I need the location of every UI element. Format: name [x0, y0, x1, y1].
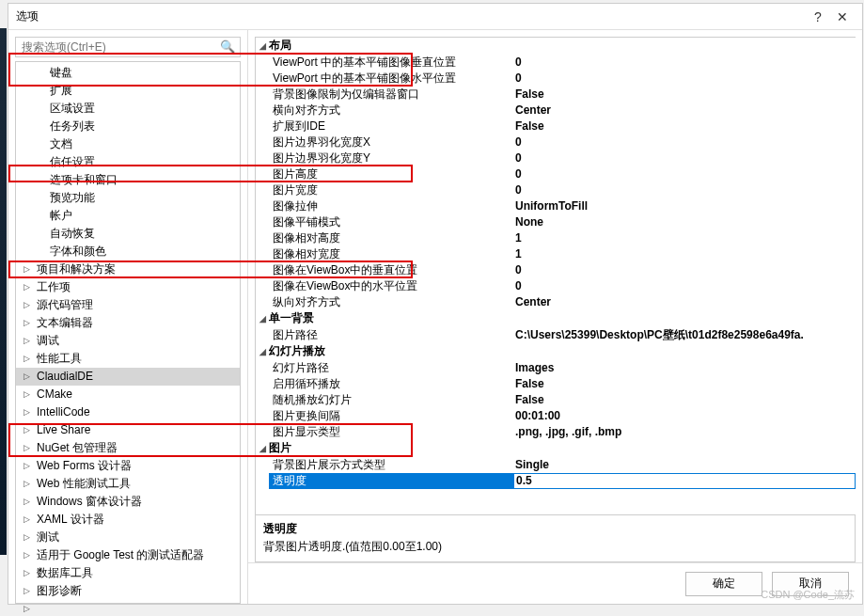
- property-value[interactable]: False: [513, 118, 856, 134]
- property-value[interactable]: False: [513, 376, 856, 392]
- property-value[interactable]: Center: [513, 294, 856, 310]
- property-value[interactable]: 0: [513, 262, 856, 278]
- tree-item[interactable]: 帐户: [16, 207, 240, 225]
- property-row[interactable]: 图像拉伸UniformToFill: [256, 198, 856, 214]
- property-row[interactable]: 图像相对宽度1: [256, 246, 856, 262]
- property-row[interactable]: 图像在ViewBox中的垂直位置0: [256, 262, 856, 278]
- property-row[interactable]: 透明度0.5: [256, 473, 856, 489]
- tree-item[interactable]: Web Forms 设计器: [16, 457, 240, 475]
- tree-item[interactable]: 任务列表: [16, 118, 240, 135]
- tree-item[interactable]: ClaudialDE: [16, 368, 240, 386]
- tree-item[interactable]: 性能工具: [16, 350, 240, 368]
- property-row[interactable]: 纵向对齐方式Center: [256, 294, 856, 310]
- tree-item[interactable]: 键盘: [16, 64, 240, 82]
- property-grid[interactable]: ◢布局ViewPort 中的基本平铺图像垂直位置0ViewPort 中的基本平铺…: [255, 37, 856, 515]
- property-row[interactable]: 图像在ViewBox中的水平位置0: [256, 278, 856, 294]
- help-button[interactable]: ?: [806, 9, 830, 24]
- property-row[interactable]: 横向对齐方式Center: [256, 103, 856, 118]
- tree-item[interactable]: 扩展: [16, 82, 240, 100]
- property-row[interactable]: 图片路径C:\Users\25399\Desktop\PC壁纸\t01d2f8e…: [256, 327, 856, 343]
- collapse-icon[interactable]: ◢: [256, 38, 269, 55]
- property-row[interactable]: 扩展到IDEFalse: [256, 118, 856, 134]
- tree-item[interactable]: 源代码管理: [16, 296, 240, 314]
- property-row[interactable]: 启用循环播放False: [256, 376, 856, 392]
- property-row[interactable]: 图片高度0: [256, 166, 856, 182]
- property-value[interactable]: 1: [513, 230, 856, 246]
- property-value[interactable]: 0: [513, 55, 856, 71]
- tree-item[interactable]: 调试: [16, 332, 240, 350]
- tree-item[interactable]: 工作项: [16, 278, 240, 296]
- property-label: 透明度: [269, 473, 513, 489]
- tree-item[interactable]: 选项卡和窗口: [16, 171, 240, 189]
- property-row[interactable]: 图像相对高度1: [256, 230, 856, 246]
- property-value[interactable]: 1: [513, 246, 856, 262]
- property-value[interactable]: 0: [513, 166, 856, 182]
- tree-item[interactable]: 数据库工具: [16, 564, 240, 582]
- close-button[interactable]: ✕: [830, 9, 855, 24]
- property-value[interactable]: Center: [513, 103, 856, 118]
- property-value[interactable]: 0: [513, 182, 856, 198]
- property-value[interactable]: False: [513, 87, 856, 103]
- property-value[interactable]: 0: [513, 134, 856, 150]
- property-row[interactable]: ViewPort 中的基本平铺图像垂直位置0: [256, 55, 856, 71]
- property-row[interactable]: 背景图片展示方式类型Single: [256, 457, 856, 473]
- property-value[interactable]: Images: [513, 360, 856, 376]
- tree-item[interactable]: 字体和颜色: [16, 243, 240, 261]
- property-value[interactable]: 0: [513, 71, 856, 87]
- options-tree[interactable]: 键盘扩展区域设置任务列表文档信任设置选项卡和窗口预览功能帐户自动恢复字体和颜色项…: [15, 61, 241, 604]
- search-input[interactable]: [15, 37, 241, 57]
- ok-button[interactable]: 确定: [685, 572, 762, 596]
- property-row[interactable]: 图像平铺模式None: [256, 214, 856, 230]
- tree-item[interactable]: 适用于 Google Test 的测试适配器: [16, 546, 240, 564]
- tree-item[interactable]: Windows 窗体设计器: [16, 493, 240, 511]
- tree-item[interactable]: Web 性能测试工具: [16, 475, 240, 493]
- tree-item[interactable]: 区域设置: [16, 100, 240, 118]
- tree-item[interactable]: IntelliCode: [16, 403, 240, 421]
- tree-item[interactable]: 文本编辑器: [16, 314, 240, 332]
- collapse-icon[interactable]: ◢: [256, 310, 269, 327]
- property-row[interactable]: 图片边界羽化宽度Y0: [256, 150, 856, 166]
- property-label: ViewPort 中的基本平铺图像垂直位置: [269, 55, 513, 71]
- property-row[interactable]: 图片更换间隔00:01:00: [256, 408, 856, 424]
- property-value[interactable]: False: [513, 392, 856, 408]
- property-value[interactable]: None: [513, 214, 856, 230]
- tree-item[interactable]: 预览功能: [16, 189, 240, 207]
- property-row[interactable]: 图片宽度0: [256, 182, 856, 198]
- tree-item[interactable]: 自动恢复: [16, 225, 240, 243]
- property-value[interactable]: .png, .jpg, .gif, .bmp: [513, 424, 856, 440]
- property-label: 扩展到IDE: [269, 118, 513, 134]
- property-row[interactable]: 幻灯片路径Images: [256, 360, 856, 376]
- collapse-icon[interactable]: ◢: [256, 343, 269, 360]
- property-label: 横向对齐方式: [269, 103, 513, 118]
- property-value[interactable]: C:\Users\25399\Desktop\PC壁纸\t01d2f8e2598…: [513, 327, 856, 343]
- property-value[interactable]: 0: [513, 278, 856, 294]
- collapse-icon[interactable]: ◢: [256, 440, 269, 457]
- property-value[interactable]: Single: [513, 457, 856, 473]
- property-row[interactable]: ViewPort 中的基本平铺图像水平位置0: [256, 71, 856, 87]
- property-row[interactable]: 随机播放幻灯片False: [256, 392, 856, 408]
- property-row[interactable]: 图片边界羽化宽度X0: [256, 134, 856, 150]
- tree-item[interactable]: NuGet 包管理器: [16, 439, 240, 457]
- property-label: ViewPort 中的基本平铺图像水平位置: [269, 71, 513, 87]
- tree-item[interactable]: 项目和解决方案: [16, 261, 240, 278]
- tree-item[interactable]: Live Share: [16, 421, 240, 439]
- tree-item[interactable]: 信任设置: [16, 153, 240, 171]
- property-value[interactable]: 00:01:00: [513, 408, 856, 424]
- property-label: 图像在ViewBox中的水平位置: [269, 278, 513, 294]
- tree-item[interactable]: 文本模板化: [16, 600, 240, 604]
- category-label: 幻灯片播放: [269, 343, 513, 360]
- property-label: 图片高度: [269, 166, 513, 182]
- property-value[interactable]: 0: [513, 150, 856, 166]
- property-row[interactable]: 图片显示类型.png, .jpg, .gif, .bmp: [256, 424, 856, 440]
- tree-item[interactable]: 图形诊断: [16, 582, 240, 600]
- property-label: 图片边界羽化宽度X: [269, 134, 513, 150]
- tree-item[interactable]: 文档: [16, 135, 240, 153]
- tree-item[interactable]: 测试: [16, 529, 240, 546]
- property-value[interactable]: UniformToFill: [513, 198, 856, 214]
- property-value[interactable]: 0.5: [513, 473, 856, 489]
- property-row[interactable]: 背景图像限制为仅编辑器窗口False: [256, 87, 856, 103]
- property-label: 图像平铺模式: [269, 214, 513, 230]
- property-label: 图像相对高度: [269, 230, 513, 246]
- tree-item[interactable]: CMake: [16, 386, 240, 403]
- tree-item[interactable]: XAML 设计器: [16, 511, 240, 529]
